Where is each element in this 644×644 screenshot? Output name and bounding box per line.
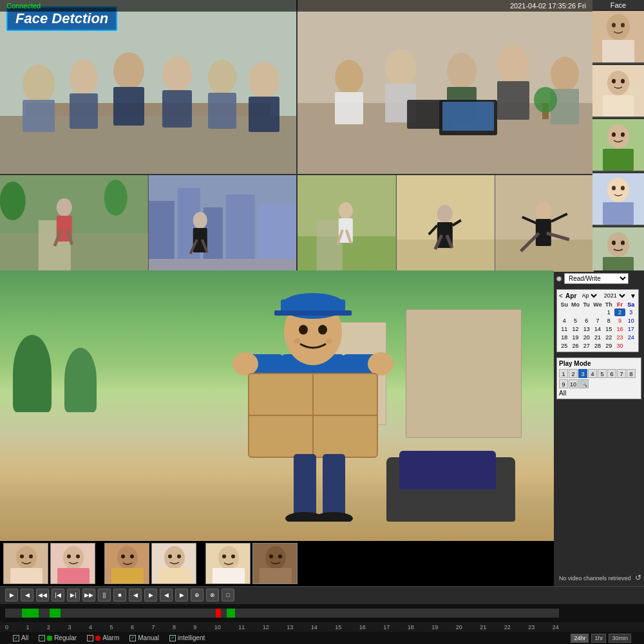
face-thumb-5[interactable] (592, 227, 644, 270)
legend-manual-check[interactable]: ✓ (129, 635, 136, 641)
face-thumb-3[interactable] (592, 119, 644, 173)
play-mode-num-8[interactable]: 8 (627, 369, 636, 378)
cal-day-22[interactable]: 22 (603, 334, 614, 341)
fullscreen-button[interactable]: □ (222, 589, 234, 601)
cal-day-29[interactable]: 29 (603, 342, 614, 350)
time-btn-30min[interactable]: 30min (609, 634, 631, 643)
svg-point-35 (57, 198, 72, 216)
face-strip-thumb-5[interactable] (205, 543, 251, 584)
camera-cell-2[interactable] (298, 0, 594, 174)
time-btn-24hr[interactable]: 24hr (571, 634, 589, 643)
cal-day-23[interactable]: 23 (614, 334, 625, 341)
cal-day-20[interactable]: 20 (582, 334, 592, 341)
svg-point-112 (368, 352, 393, 375)
time-btn-1hr[interactable]: 1hr (591, 634, 606, 643)
cal-day-9[interactable]: 9 (614, 317, 625, 325)
play-mode-num-4[interactable]: 4 (588, 369, 597, 378)
svg-point-76 (607, 14, 630, 40)
readwrite-radio[interactable] (556, 276, 562, 281)
play-mode-num-9[interactable]: 9 (559, 379, 568, 388)
cal-day-13[interactable]: 13 (582, 325, 592, 333)
play-mode-num-6[interactable]: 6 (607, 369, 616, 378)
legend-intelligent-check[interactable]: ✓ (169, 635, 176, 641)
play-mode-num-5[interactable]: 5 (598, 369, 607, 378)
cal-day-16[interactable]: 16 (614, 325, 625, 333)
cal-day-8[interactable]: 8 (603, 317, 614, 325)
live-view-section: Connected 2021-04-02 17:35:26 Fri (0, 0, 644, 270)
play-button[interactable]: ▶ (5, 589, 18, 601)
cal-day-25[interactable]: 25 (559, 342, 569, 350)
svg-point-17 (335, 60, 363, 95)
step-back-button[interactable]: |◀ (52, 589, 64, 601)
face-strip-thumb-4[interactable] (151, 543, 196, 584)
play-mode-num-1[interactable]: 1 (559, 369, 568, 378)
face-strip-thumb-6[interactable] (252, 543, 298, 584)
cal-day-27[interactable]: 27 (582, 342, 592, 350)
camera-cell-3[interactable] (0, 175, 296, 272)
camera-cell-4[interactable] (298, 175, 594, 272)
svg-point-135 (130, 554, 134, 558)
cal-day-14[interactable]: 14 (592, 325, 603, 333)
zoom-in-button[interactable]: ⊕ (191, 589, 204, 601)
timeline-bar[interactable] (0, 604, 644, 622)
next-frame-button[interactable]: ▶ (175, 589, 188, 601)
cal-day-26[interactable]: 26 (570, 342, 580, 350)
zoom-out-button[interactable]: ⊗ (206, 589, 219, 601)
cal-day-10[interactable]: 10 (626, 317, 636, 325)
face-strip-thumb-2[interactable] (50, 543, 95, 584)
face-thumb-1[interactable] (592, 11, 644, 64)
cal-day-30[interactable]: 30 (614, 342, 625, 350)
cal-day-11[interactable]: 11 (559, 325, 569, 333)
timeline-track[interactable] (5, 609, 559, 618)
play-mode-num-2[interactable]: 2 (569, 369, 578, 378)
cal-day-19[interactable]: 19 (570, 334, 580, 341)
cal-day-7[interactable]: 7 (592, 317, 603, 325)
face-strip-thumb-1[interactable] (3, 543, 48, 584)
calendar-year-select[interactable]: 2021 (601, 292, 627, 299)
svg-point-132 (117, 546, 138, 569)
cal-day-12[interactable]: 12 (570, 325, 580, 333)
legend-regular-dot (47, 636, 52, 641)
cal-day-6[interactable]: 6 (582, 317, 592, 325)
cal-day-empty-3 (582, 308, 592, 316)
play-mode-search[interactable]: 🔍 (578, 379, 589, 388)
cal-day-15[interactable]: 15 (603, 325, 614, 333)
cal-day-18[interactable]: 18 (559, 334, 569, 341)
cal-day-5[interactable]: 5 (570, 317, 580, 325)
legend-alarm-check[interactable]: ✗ (87, 635, 93, 641)
prev-frame-button[interactable]: ◀ (160, 589, 173, 601)
cal-day-1[interactable]: 1 (603, 308, 614, 316)
fast-fwd-button[interactable]: ▶▶ (82, 589, 95, 601)
stop-button[interactable]: ■ (113, 589, 126, 601)
cal-day-2[interactable]: 2 (614, 308, 625, 316)
calendar-month-select[interactable]: Apr (580, 292, 599, 299)
face-strip-thumb-3[interactable] (104, 543, 149, 584)
play-mode-numbers: 1 2 3 4 5 6 7 8 (559, 369, 639, 378)
slow-fwd-button[interactable]: ▶ (144, 589, 157, 601)
play-mode-num-7[interactable]: 7 (617, 369, 626, 378)
camera-cell-1[interactable]: Face Detction (0, 0, 296, 174)
face-thumb-2[interactable] (592, 65, 644, 118)
play-mode-all[interactable]: All (559, 390, 566, 397)
face-thumb-4[interactable] (592, 173, 644, 227)
rewind-button[interactable]: ◀◀ (36, 589, 49, 601)
refresh-icon[interactable]: ↺ (635, 573, 641, 582)
step-fwd-button[interactable]: ▶| (67, 589, 80, 601)
calendar-prev[interactable]: < (559, 292, 563, 299)
cal-day-3[interactable]: 3 (626, 308, 636, 316)
legend-regular-check[interactable]: ✓ (39, 635, 45, 641)
cal-day-28[interactable]: 28 (592, 342, 603, 350)
cal-day-21[interactable]: 21 (592, 334, 603, 341)
prev-button[interactable]: ◀ (21, 589, 33, 601)
legend-all-check[interactable]: ✓ (13, 635, 19, 641)
calendar-next[interactable]: ▼ (630, 292, 636, 299)
cal-day-4[interactable]: 4 (559, 317, 569, 325)
play-mode-num-3[interactable]: 3 (578, 369, 587, 378)
cal-day-17[interactable]: 17 (626, 325, 636, 333)
cal-day-24[interactable]: 24 (626, 334, 636, 341)
cal-day-empty-5 (626, 342, 636, 350)
play-mode-num-10[interactable]: 10 (569, 379, 578, 388)
slow-button[interactable]: ◀ (129, 589, 142, 601)
pause-button[interactable]: || (98, 589, 111, 601)
readwrite-select[interactable]: Read/Write (564, 273, 629, 284)
